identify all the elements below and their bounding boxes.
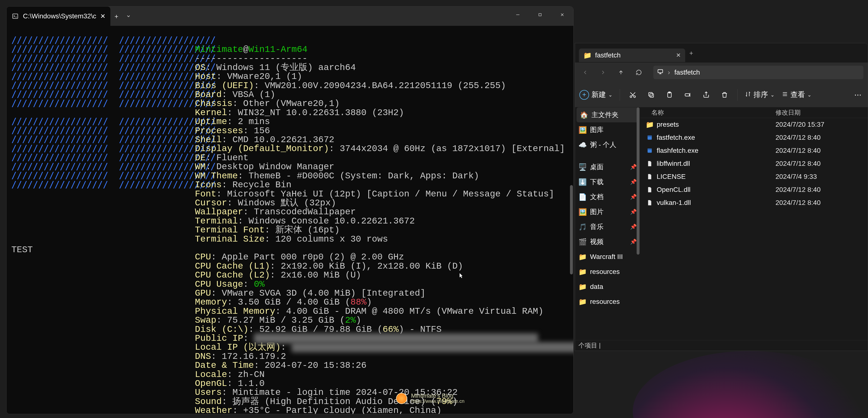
explorer-tab[interactable]: 📁 fastfetch ✕ (579, 49, 685, 62)
column-date[interactable]: 修改日期 (775, 108, 853, 117)
terminal-body[interactable]: ////////////////// ////////////////// //… (6, 26, 574, 414)
rename-button[interactable] (682, 88, 693, 102)
column-name[interactable]: 名称 (640, 108, 775, 117)
sidebar-icon: 🎬 (579, 238, 587, 246)
sort-label: 排序 (753, 90, 768, 100)
file-date: 2024/7/4 9:33 (775, 173, 853, 181)
explorer-window: 📁 fastfetch ✕ ＋ › fastfetch + 新建 ⌄ (575, 43, 868, 351)
sidebar-item-label: Warcraft III (590, 253, 623, 261)
svg-rect-9 (685, 94, 689, 96)
monitor-icon (657, 68, 663, 76)
sidebar-item[interactable]: 📁resources (575, 294, 640, 309)
paste-button[interactable] (664, 88, 675, 102)
svg-rect-0 (13, 14, 18, 19)
forward-button[interactable] (597, 67, 609, 78)
svg-point-4 (634, 96, 636, 97)
back-button[interactable] (579, 67, 591, 78)
pin-icon: 📌 (630, 209, 637, 215)
close-button[interactable] (551, 6, 574, 23)
sidebar-item-label: 音乐 (590, 222, 603, 231)
sidebar-item[interactable]: 📁resources (575, 264, 640, 279)
file-icon (646, 160, 653, 167)
sidebar-icon: 📁 (579, 268, 587, 276)
terminal-tab-label: C:\Windows\System32\cmd.e (23, 12, 96, 20)
copy-button[interactable] (646, 88, 657, 102)
new-label: 新建 (591, 90, 606, 100)
file-name: fastfetch.exe (657, 134, 695, 141)
window-controls (507, 6, 574, 23)
sidebar-item-label: 粥 - 个人 (590, 140, 616, 150)
up-button[interactable] (615, 67, 627, 78)
new-button[interactable]: + 新建 ⌄ (579, 88, 613, 102)
sidebar-item[interactable]: 📁Warcraft III (575, 249, 640, 264)
refresh-button[interactable] (633, 67, 645, 78)
sidebar-item-label: 主文件夹 (591, 110, 619, 120)
chevron-down-icon: ⌄ (770, 92, 775, 98)
fastfetch-output: Mintimate@Win11-Arm64 ------------------… (195, 45, 574, 414)
address-bar[interactable]: › fastfetch (653, 66, 863, 79)
file-row[interactable]: flashfetch.exe2024/7/12 8:40 (640, 144, 868, 157)
svg-rect-11 (648, 135, 652, 137)
sidebar-item[interactable]: 🎵音乐📌 (575, 219, 640, 234)
sidebar-item[interactable]: 🖼️图库 (575, 122, 640, 137)
sidebar-item-label: resources (590, 298, 620, 306)
file-row[interactable]: libffwinrt.dll2024/7/12 8:40 (640, 157, 868, 170)
sidebar-item[interactable]: ☁️粥 - 个人 (575, 137, 640, 152)
chevron-down-icon: ⌄ (608, 92, 613, 98)
view-icon (782, 91, 788, 99)
terminal-scrollbar[interactable] (570, 185, 573, 275)
toolbar-separator (620, 89, 620, 101)
file-name: LICENSE (657, 173, 686, 181)
file-row[interactable]: LICENSE2024/7/4 9:33 (640, 170, 868, 183)
more-button[interactable]: ⋯ (852, 88, 863, 102)
sidebar-item-label: 文档 (590, 192, 603, 201)
sidebar-icon: 📁 (579, 253, 587, 261)
terminal-window: C:\Windows\System32\cmd.e ✕ ＋ //////////… (6, 6, 574, 414)
maximize-button[interactable] (529, 6, 551, 23)
delete-button[interactable] (719, 88, 730, 102)
column-headers[interactable]: 名称 修改日期 (640, 107, 868, 118)
new-tab-button[interactable]: ＋ (685, 43, 697, 63)
close-tab-icon[interactable]: ✕ (676, 52, 681, 59)
new-tab-button[interactable]: ＋ (111, 6, 122, 26)
sidebar-item[interactable]: 🖥️桌面📌 (575, 160, 640, 174)
sidebar-icon: ⬇️ (579, 178, 587, 186)
watermark: Mintimate's Blog https://www.mintimate.c… (396, 393, 464, 404)
sidebar-item[interactable]: 🖼️图片📌 (575, 204, 640, 219)
sidebar-icon: ☁️ (579, 141, 587, 149)
file-name: flashfetch.exe (657, 147, 699, 155)
explorer-toolbar: + 新建 ⌄ 排序 ⌄ 查看 ⌄ ⋯ (575, 82, 868, 107)
share-button[interactable] (701, 88, 712, 102)
terminal-tab[interactable]: C:\Windows\System32\cmd.e ✕ (6, 6, 111, 26)
tab-dropdown-button[interactable] (122, 6, 134, 26)
svg-rect-13 (648, 149, 652, 150)
sidebar-scrollbar[interactable] (637, 107, 640, 255)
sidebar-item-label: 桌面 (590, 162, 603, 171)
file-name: presets (657, 121, 679, 128)
cut-button[interactable] (627, 88, 638, 102)
sidebar-item[interactable]: 📁data (575, 279, 640, 294)
file-date: 2024/7/12 8:40 (775, 199, 853, 206)
file-row[interactable]: fastfetch.exe2024/7/12 8:40 (640, 131, 868, 144)
sidebar-item[interactable]: ⬇️下载📌 (575, 174, 640, 189)
file-date: 2024/7/20 15:37 (775, 121, 853, 128)
sort-button[interactable]: 排序 ⌄ (745, 88, 775, 102)
view-button[interactable]: 查看 ⌄ (782, 88, 811, 102)
sidebar-icon: 🖼️ (579, 208, 587, 216)
sidebar-item[interactable]: 🏠主文件夹 (577, 107, 639, 122)
cmd-icon (11, 12, 19, 20)
sidebar-item[interactable]: 🎬视频📌 (575, 234, 640, 249)
file-name: vulkan-1.dll (657, 199, 691, 206)
file-date: 2024/7/12 8:40 (775, 147, 853, 155)
file-date: 2024/7/12 8:40 (775, 160, 853, 167)
file-row[interactable]: 📁presets2024/7/20 15:37 (640, 118, 868, 131)
mouse-cursor-icon (460, 271, 463, 279)
close-tab-icon[interactable]: ✕ (100, 12, 105, 20)
file-row[interactable]: vulkan-1.dll2024/7/12 8:40 (640, 196, 868, 209)
test-label: TEST (11, 246, 33, 254)
minimize-button[interactable] (507, 6, 529, 23)
sidebar-item[interactable]: 📄文档📌 (575, 189, 640, 204)
sidebar-item-label: 视频 (590, 237, 603, 247)
file-date: 2024/7/12 8:40 (775, 186, 853, 194)
file-row[interactable]: OpenCL.dll2024/7/12 8:40 (640, 183, 868, 196)
